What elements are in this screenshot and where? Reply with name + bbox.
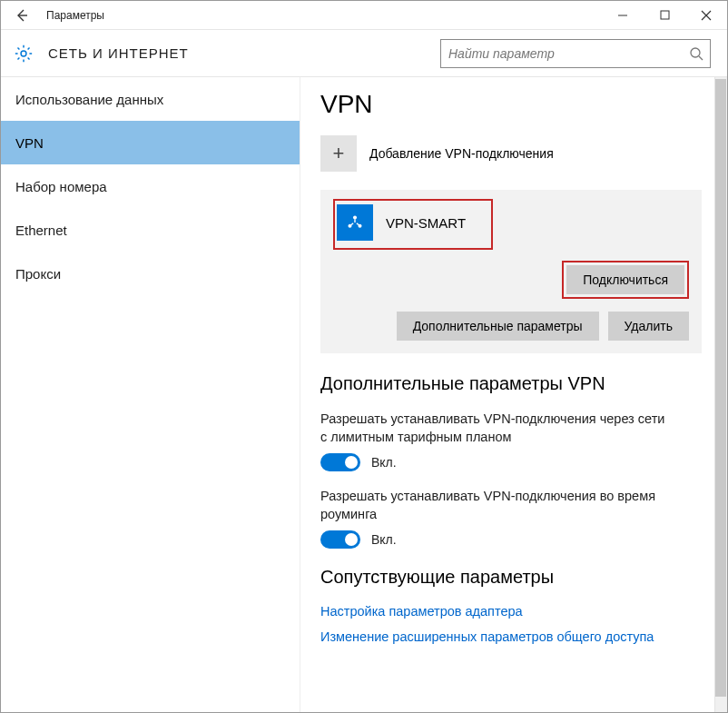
connect-highlight: Подключиться — [562, 261, 689, 299]
vpn-connection-name: VPN-SMART — [386, 215, 466, 231]
settings-window: Параметры СЕТЬ И ИНТЕРНЕТ Ис — [0, 0, 728, 713]
sidebar-item-label: Прокси — [15, 266, 61, 282]
close-icon — [701, 10, 712, 21]
toggle-roaming-state: Вкл. — [371, 532, 397, 547]
scrollbar-thumb[interactable] — [715, 79, 726, 697]
advanced-button[interactable]: Дополнительные параметры — [397, 312, 599, 341]
header: СЕТЬ И ИНТЕРНЕТ — [1, 30, 727, 77]
content: VPN + Добавление VPN-подключения — [300, 77, 727, 712]
advanced-heading: Дополнительные параметры VPN — [320, 373, 702, 394]
vpn-connection-row[interactable]: VPN-SMART — [337, 203, 466, 243]
minimize-button[interactable] — [602, 1, 644, 29]
section-title: СЕТЬ И ИНТЕРНЕТ — [48, 45, 440, 61]
network-icon — [345, 213, 365, 233]
sidebar-item-ethernet[interactable]: Ethernet — [1, 208, 300, 252]
search-input[interactable] — [440, 39, 711, 68]
secondary-buttons-row: Дополнительные параметры Удалить — [333, 312, 689, 341]
minimize-icon — [617, 10, 628, 21]
toggle-metered[interactable] — [320, 453, 360, 471]
svg-point-1 — [21, 51, 26, 56]
vpn-entry-highlight: VPN-SMART — [333, 199, 493, 250]
scrollbar[interactable] — [714, 77, 727, 712]
sidebar-item-label: Ethernet — [15, 223, 67, 238]
search-icon — [689, 46, 703, 61]
toggle-roaming[interactable] — [320, 530, 360, 549]
toggle-metered-state: Вкл. — [371, 455, 397, 470]
sidebar-item-proxy[interactable]: Прокси — [1, 252, 300, 295]
svg-rect-0 — [661, 11, 669, 19]
link-adapter-settings[interactable]: Настройка параметров адаптера — [320, 604, 702, 619]
vpn-connection-icon — [337, 204, 373, 241]
plus-icon: + — [320, 135, 357, 172]
sidebar: Использование данных VPN Набор номера Et… — [1, 77, 300, 712]
svg-point-3 — [353, 215, 357, 219]
maximize-button[interactable] — [644, 1, 685, 29]
connect-row: Подключиться — [333, 261, 689, 299]
titlebar: Параметры — [1, 1, 727, 30]
arrow-left-icon — [15, 8, 29, 23]
setting-roaming: Разрешать устанавливать VPN-подключения … — [320, 488, 702, 549]
sidebar-item-dialup[interactable]: Набор номера — [1, 164, 300, 208]
window-title: Параметры — [43, 9, 602, 22]
sidebar-item-vpn[interactable]: VPN — [1, 121, 300, 164]
setting-metered-desc: Разрешать устанавливать VPN-подключения … — [320, 411, 665, 446]
back-button[interactable] — [1, 1, 43, 29]
related-heading: Сопутствующие параметры — [320, 567, 702, 588]
setting-roaming-desc: Разрешать устанавливать VPN-подключения … — [320, 488, 665, 523]
search-wrap — [440, 39, 711, 68]
sidebar-item-label: Набор номера — [15, 179, 107, 194]
add-vpn-button[interactable]: + Добавление VPN-подключения — [320, 134, 702, 173]
sidebar-item-data-usage[interactable]: Использование данных — [1, 77, 300, 121]
gear-icon — [14, 44, 34, 64]
connect-button[interactable]: Подключиться — [566, 265, 684, 294]
page-title: VPN — [320, 90, 702, 119]
sidebar-item-label: VPN — [15, 135, 44, 151]
body: Использование данных VPN Набор номера Et… — [1, 77, 727, 712]
link-sharing-settings[interactable]: Изменение расширенных параметров общего … — [320, 629, 702, 644]
close-button[interactable] — [685, 1, 727, 29]
sidebar-item-label: Использование данных — [15, 92, 163, 107]
window-controls — [602, 1, 727, 29]
delete-button[interactable]: Удалить — [608, 312, 689, 341]
setting-metered: Разрешать устанавливать VPN-подключения … — [320, 411, 702, 471]
maximize-icon — [660, 10, 670, 20]
add-vpn-label: Добавление VPN-подключения — [369, 146, 554, 161]
vpn-connection-card: VPN-SMART Подключиться Дополнительные па… — [320, 190, 702, 353]
svg-point-2 — [691, 48, 700, 57]
